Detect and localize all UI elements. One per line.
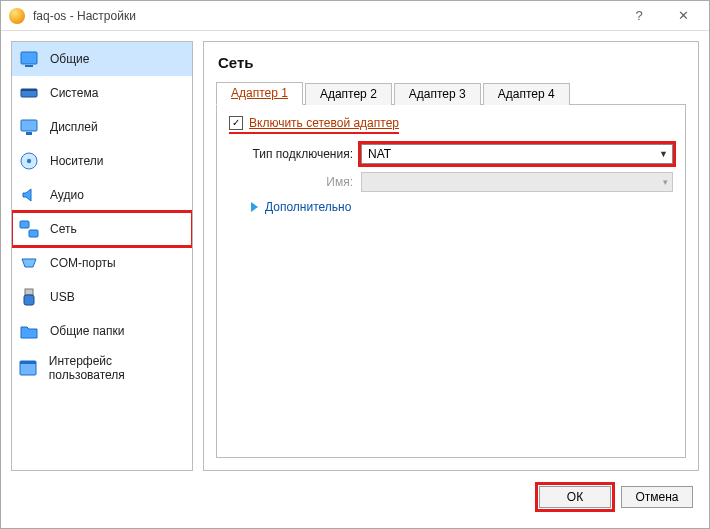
sidebar-item-general[interactable]: Общие: [12, 42, 192, 76]
storage-icon: [18, 150, 40, 172]
name-select: ▾: [361, 172, 673, 192]
adapter-tabstrip: Адаптер 1 Адаптер 2 Адаптер 3 Адаптер 4: [216, 83, 686, 105]
sidebar-item-label: Интерфейс пользователя: [49, 354, 184, 382]
attached-to-value: NAT: [368, 147, 659, 161]
tab-adapter-2[interactable]: Адаптер 2: [305, 83, 392, 105]
general-icon: [18, 48, 40, 70]
shared-folder-icon: [18, 320, 40, 342]
tab-adapter-4[interactable]: Адаптер 4: [483, 83, 570, 105]
help-icon: ?: [635, 8, 642, 23]
svg-rect-10: [25, 289, 33, 295]
sidebar-item-label: USB: [50, 290, 75, 304]
svg-rect-0: [21, 52, 37, 64]
display-icon: [18, 116, 40, 138]
sidebar-item-label: Общие: [50, 52, 89, 66]
sidebar-item-ui[interactable]: Интерфейс пользователя: [12, 348, 192, 388]
name-row: Имя: ▾: [229, 172, 673, 192]
app-icon: [9, 8, 25, 24]
attached-to-row: Тип подключения: NAT ▼: [229, 144, 673, 164]
help-button[interactable]: ?: [617, 2, 661, 30]
sidebar-item-label: Общие папки: [50, 324, 124, 338]
audio-icon: [18, 184, 40, 206]
titlebar: faq-os - Настройки ? ✕: [1, 1, 709, 31]
sidebar-item-system[interactable]: Система: [12, 76, 192, 110]
enable-adapter-label[interactable]: Включить сетевой адаптер: [249, 116, 399, 130]
expand-icon: [251, 202, 258, 212]
attached-to-label: Тип подключения:: [229, 147, 361, 161]
window-title: faq-os - Настройки: [33, 9, 617, 23]
sidebar-item-label: Носители: [50, 154, 103, 168]
cancel-button[interactable]: Отмена: [621, 486, 693, 508]
enable-adapter-checkbox[interactable]: ✓: [229, 116, 243, 130]
svg-rect-3: [21, 89, 37, 91]
svg-rect-13: [20, 361, 36, 364]
svg-point-7: [27, 159, 31, 163]
sidebar-item-label: COM-порты: [50, 256, 116, 270]
chevron-down-icon: ▾: [663, 177, 668, 187]
settings-sidebar: Общие Система Дисплей Носители Аудио: [11, 41, 193, 471]
name-label: Имя:: [229, 175, 361, 189]
sidebar-item-display[interactable]: Дисплей: [12, 110, 192, 144]
sidebar-item-audio[interactable]: Аудио: [12, 178, 192, 212]
sidebar-item-label: Дисплей: [50, 120, 98, 134]
ui-icon: [18, 357, 39, 379]
svg-rect-8: [20, 221, 29, 228]
dialog-footer: ОК Отмена: [1, 477, 709, 517]
system-icon: [18, 82, 40, 104]
usb-icon: [18, 286, 40, 308]
adapter-tab-body: ✓ Включить сетевой адаптер Тип подключен…: [216, 105, 686, 458]
svg-rect-5: [26, 132, 32, 135]
sidebar-item-label: Аудио: [50, 188, 84, 202]
svg-rect-4: [21, 120, 37, 131]
svg-rect-11: [24, 295, 34, 305]
network-icon: [18, 218, 40, 240]
advanced-label: Дополнительно: [265, 200, 351, 214]
page-title: Сеть: [218, 54, 686, 71]
sidebar-item-label: Система: [50, 86, 98, 100]
ok-button-label: ОК: [567, 490, 583, 504]
ok-button[interactable]: ОК: [539, 486, 611, 508]
svg-rect-1: [25, 65, 33, 67]
sidebar-item-storage[interactable]: Носители: [12, 144, 192, 178]
attached-to-select[interactable]: NAT ▼: [361, 144, 673, 164]
advanced-expander[interactable]: Дополнительно: [251, 200, 673, 214]
tab-adapter-3[interactable]: Адаптер 3: [394, 83, 481, 105]
svg-rect-9: [29, 230, 38, 237]
chevron-down-icon: ▼: [659, 149, 668, 159]
sidebar-item-label: Сеть: [50, 222, 77, 236]
serial-icon: [18, 252, 40, 274]
close-button[interactable]: ✕: [661, 2, 705, 30]
close-icon: ✕: [678, 8, 689, 23]
sidebar-item-network[interactable]: Сеть: [12, 212, 192, 246]
sidebar-item-usb[interactable]: USB: [12, 280, 192, 314]
sidebar-item-serial[interactable]: COM-порты: [12, 246, 192, 280]
enable-adapter-row[interactable]: ✓ Включить сетевой адаптер: [229, 116, 399, 134]
tab-adapter-1[interactable]: Адаптер 1: [216, 82, 303, 105]
content-panel: Сеть Адаптер 1 Адаптер 2 Адаптер 3 Адапт…: [203, 41, 699, 471]
cancel-button-label: Отмена: [635, 490, 678, 504]
sidebar-item-shared-folders[interactable]: Общие папки: [12, 314, 192, 348]
